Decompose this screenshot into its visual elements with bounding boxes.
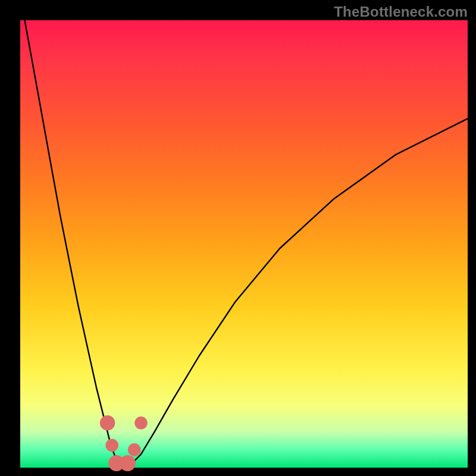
watermark-text: TheBottleneck.com <box>334 4 468 20</box>
curve-marker <box>120 455 136 471</box>
curve-marker <box>105 439 118 452</box>
curve-markers <box>100 415 148 471</box>
curve-marker <box>128 443 141 456</box>
bottleneck-curve <box>25 20 468 468</box>
chart-svg <box>20 20 468 468</box>
frame: TheBottleneck.com <box>0 0 476 476</box>
curve-marker <box>100 415 115 431</box>
curve-marker <box>134 416 148 430</box>
